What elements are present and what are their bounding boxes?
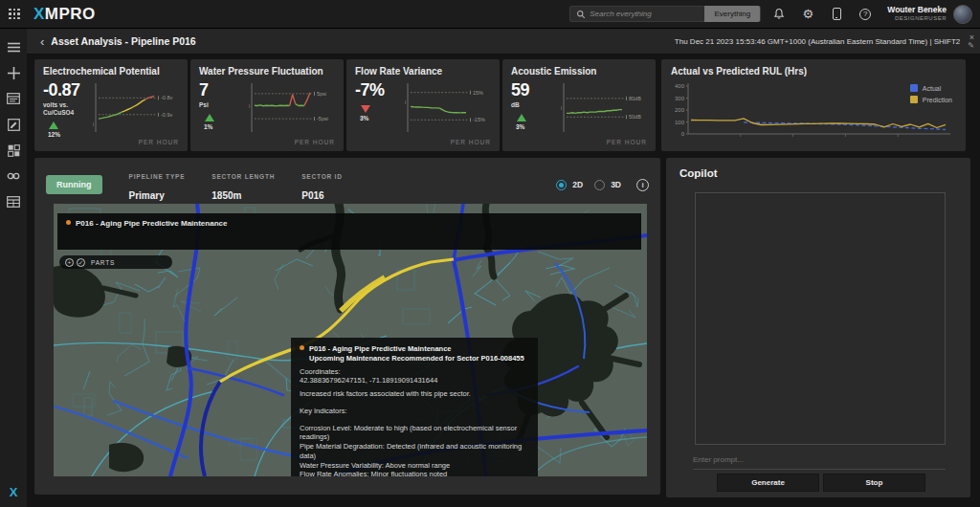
menu-icon[interactable] — [6, 39, 21, 55]
svg-text:-5psi: -5psi — [317, 116, 328, 121]
radio-3d[interactable] — [594, 180, 605, 190]
blocks-icon[interactable] — [6, 143, 21, 158]
kpi-title: Acoustic Emission — [511, 66, 647, 77]
sparkline-chart: 0-0.8v-0.9v — [93, 82, 189, 134]
field-label: SECTOR ID — [301, 173, 342, 180]
map-tooltip: P016 - Aging Pipe Predictive Maintenance… — [291, 338, 538, 476]
settings-gear-icon[interactable]: ⚙ — [797, 6, 818, 23]
field-label: SECTOR LENGTH — [212, 173, 275, 180]
tooltip-indicator: Pipe Material Degradation: Detected (inf… — [300, 442, 529, 461]
kpi-value: -7% — [355, 80, 405, 100]
rul-chart-card: Actual vs Predicted RUL (Hrs) 0100200300… — [661, 59, 966, 151]
help-icon[interactable]: ? — [855, 6, 876, 23]
bell-icon[interactable] — [768, 6, 790, 23]
rul-legend: Actual Prediction — [910, 84, 952, 107]
kpi-caption: PER HOUR — [139, 139, 179, 145]
avatar[interactable] — [953, 5, 972, 24]
table-icon[interactable] — [6, 194, 21, 209]
field-value: P016 — [301, 190, 323, 201]
page-header: ‹ Asset Analysis - Pipeline P016 Thu Dec… — [27, 29, 980, 55]
generate-button[interactable]: Generate — [717, 474, 819, 492]
kpi-row: Electrochemical Potential -0.87 volts vs… — [34, 59, 656, 151]
timestamp: Thu Dec 21 2023 15:53:46 GMT+1000 (Austr… — [675, 37, 960, 46]
search-icon — [576, 10, 586, 19]
field-value: Primary — [129, 190, 165, 201]
svg-text:15%: 15% — [473, 90, 483, 96]
radio-2d[interactable] — [556, 180, 567, 190]
svg-text:-0.9v: -0.9v — [161, 112, 172, 118]
copilot-prompt-input[interactable] — [693, 451, 946, 470]
svg-text:0: 0 — [249, 103, 250, 109]
radio-3d-label[interactable]: 3D — [611, 180, 621, 189]
mobile-device-icon[interactable] — [826, 6, 847, 23]
parts-label: PARTS — [91, 259, 115, 266]
form-icon[interactable] — [6, 117, 21, 132]
tooltip-risk: Increased risk factors associated with t… — [300, 389, 529, 399]
svg-text:200: 200 — [675, 107, 685, 113]
svg-text:5psi: 5psi — [317, 91, 326, 97]
link-icon[interactable] — [6, 168, 21, 184]
kpi-caption: PER HOUR — [607, 139, 647, 145]
apps-grid-icon[interactable] — [9, 9, 20, 20]
kpi-caption: PER HOUR — [295, 139, 335, 145]
map[interactable]: P016 - Aging Pipe Predictive Maintenance… — [54, 204, 647, 476]
back-chevron-icon[interactable]: ‹ — [40, 35, 44, 48]
info-icon[interactable]: i — [636, 179, 649, 191]
main-content: Electrochemical Potential -0.87 volts vs… — [27, 55, 980, 507]
stop-button[interactable]: Stop — [823, 474, 925, 492]
asset-panel: Running PIPELINE TYPEPrimary SECTOR LENG… — [34, 158, 660, 495]
zoom-in-icon[interactable]: + — [65, 258, 74, 267]
trend-icon — [517, 114, 526, 121]
copilot-panel: Copilot Generate Stop — [666, 158, 970, 497]
layers-check-icon[interactable]: ✓ — [77, 258, 85, 267]
tooltip-key-label: Key Indicators: — [300, 407, 529, 416]
marker-dot-icon — [300, 345, 304, 350]
map-banner: P016 - Aging Pipe Predictive Maintenance — [57, 213, 641, 250]
search-bar[interactable]: Everything — [569, 6, 761, 22]
kpi-value: 59 — [511, 80, 561, 100]
tooltip-subtitle: Upcoming Maintenance Recommended for Sec… — [309, 354, 529, 364]
svg-text:-0.8v: -0.8v — [161, 95, 172, 100]
trend-icon — [49, 121, 58, 129]
kpi-value: -0.87 — [43, 80, 93, 100]
copilot-title: Copilot — [679, 167, 957, 179]
trend-icon — [205, 114, 214, 121]
user-menu[interactable]: Wouter Beneke DESIGNERUSER — [887, 6, 947, 22]
kpi-change: 12% — [48, 131, 93, 138]
trend-icon — [361, 105, 370, 113]
add-icon[interactable] — [6, 65, 21, 80]
user-role: DESIGNERUSER — [887, 15, 947, 22]
kpi-change: 1% — [204, 123, 249, 130]
kpi-card-water-pressure: Water Pressure Fluctuation 7 Psi 1% 05ps… — [190, 59, 344, 151]
tooltip-indicator: Water Pressure Variability: Above normal… — [300, 461, 529, 471]
kpi-title: Electrochemical Potential — [43, 66, 179, 77]
svg-text:0: 0 — [561, 105, 562, 111]
map-parts-control: + ✓ PARTS — [59, 255, 172, 269]
tooltip-indicator: Flow Rate Anomalies: Minor fluctuations … — [300, 470, 529, 476]
search-scope-button[interactable]: Everything — [704, 6, 760, 22]
kpi-title: Water Pressure Fluctuation — [199, 66, 335, 77]
sparkline-chart: 080dB50dB — [561, 82, 657, 134]
tooltip-coords-label: Coordinates: — [300, 367, 529, 377]
kpi-unit: Psi — [199, 101, 249, 109]
map-banner-text: P016 - Aging Pipe Predictive Maintenance — [76, 219, 227, 228]
radio-2d-label[interactable]: 2D — [572, 180, 583, 189]
rul-chart-title: Actual vs Predicted RUL (Hrs) — [671, 66, 956, 77]
sparkline-chart: 05psi-5psi — [249, 82, 345, 134]
search-input[interactable] — [590, 10, 704, 18]
legend-label: Prediction — [923, 97, 952, 103]
kpi-title: Flow Rate Variance — [355, 66, 491, 77]
view-toggles: 2D 3D i — [556, 179, 649, 191]
xmpro-mark-icon[interactable]: X — [10, 485, 18, 499]
window-icon[interactable] — [6, 91, 21, 106]
svg-text:-15%: -15% — [473, 117, 485, 122]
tooltip-indicator: Corrosion Level: Moderate to high (based… — [300, 424, 529, 443]
legend-chip-actual — [910, 84, 918, 92]
svg-text:100: 100 — [675, 120, 685, 125]
edit-pencil-icon[interactable]: ✎ — [968, 42, 974, 50]
kpi-unit: volts vs. Cu/CuSO4 — [43, 101, 93, 117]
kpi-card-electrochemical: Electrochemical Potential -0.87 volts vs… — [34, 59, 188, 151]
sparkline-chart: 015%-15% — [405, 82, 501, 134]
xmpro-logo[interactable]: XMPRO — [33, 5, 96, 24]
page-title: Asset Analysis - Pipeline P016 — [51, 35, 195, 47]
